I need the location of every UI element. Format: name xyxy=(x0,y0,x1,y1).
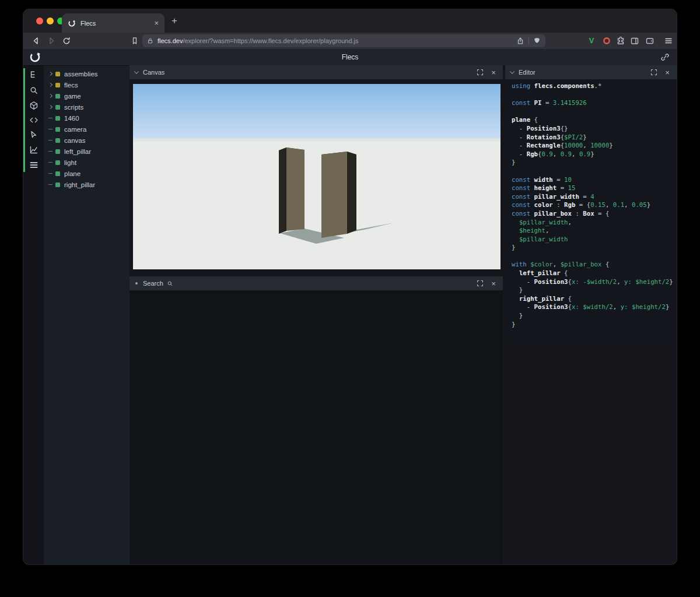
leaf-dash-icon xyxy=(48,162,52,163)
back-button-icon[interactable] xyxy=(32,36,41,45)
code-line: const pillar_box : Box = { xyxy=(512,210,677,219)
leaf-dash-icon xyxy=(48,129,52,129)
new-tab-button[interactable]: + xyxy=(172,15,177,27)
sidebar-panel-icon[interactable] xyxy=(630,36,639,45)
tab-strip: Flecs × + xyxy=(23,9,677,33)
address-bar[interactable]: flecs.dev/explorer/?wasm=https://www.fle… xyxy=(142,34,545,47)
cube-icon[interactable] xyxy=(29,101,38,110)
extension-ring-icon[interactable] xyxy=(602,36,611,45)
expand-chevron-icon[interactable] xyxy=(48,105,52,109)
ground-plane xyxy=(133,138,501,269)
tree-item-light[interactable]: light xyxy=(44,157,130,168)
entity-tree: assembliesflecsgamescripts1460cameracanv… xyxy=(44,66,130,564)
code-line: - Position3{} xyxy=(512,125,677,134)
extensions-puzzle-icon[interactable] xyxy=(616,36,625,45)
tree-item-1460[interactable]: 1460 xyxy=(44,113,130,124)
app-header: Flecs xyxy=(23,49,677,66)
browser-tab-flecs[interactable]: Flecs × xyxy=(62,13,164,33)
code-line: plane { xyxy=(512,116,677,125)
code-line: with $color, $pillar_box { xyxy=(512,261,677,269)
extension-v-icon[interactable]: V xyxy=(587,36,596,45)
leaf-dash-icon xyxy=(48,151,52,152)
tree-item-game[interactable]: game xyxy=(44,90,130,101)
tree-item-left_pillar[interactable]: left_pillar xyxy=(44,146,130,157)
code-line: - Rgb{0.9, 0.9, 0.9} xyxy=(512,150,677,159)
tab-close-icon[interactable]: × xyxy=(154,19,159,27)
tree-item-label: left_pillar xyxy=(64,148,91,155)
editor-expand-button[interactable] xyxy=(649,68,659,77)
code-line: const PI = 3.1415926 xyxy=(512,99,677,108)
bookmark-icon[interactable] xyxy=(130,36,139,45)
code-icon[interactable] xyxy=(29,115,38,125)
leaf-dash-icon xyxy=(48,140,52,141)
search-panel-title: Search xyxy=(143,280,163,287)
url-path: /explorer/?wasm=https://www.flecs.dev/ex… xyxy=(183,37,358,44)
forward-button-icon[interactable] xyxy=(47,36,56,45)
entity-kind-square xyxy=(55,94,60,99)
tree-item-camera[interactable]: camera xyxy=(44,124,130,135)
share-link-icon[interactable] xyxy=(660,52,670,62)
tree-item-label: game xyxy=(64,93,81,100)
wallet-icon[interactable] xyxy=(645,36,654,45)
editor-close-button[interactable]: × xyxy=(663,68,672,77)
entity-kind-square xyxy=(55,105,60,110)
code-line: const width = 10 xyxy=(512,176,677,185)
menu-hamburger-icon[interactable] xyxy=(664,36,673,45)
code-line: } xyxy=(512,244,677,252)
entity-kind-square xyxy=(55,116,60,121)
code-line: left_pillar { xyxy=(512,269,677,278)
search-expand-button[interactable] xyxy=(475,279,485,288)
expand-chevron-icon[interactable] xyxy=(48,72,52,76)
url-text: flecs.dev/explorer/?wasm=https://www.fle… xyxy=(158,37,516,44)
code-line: - Position3{x: $width/2, y: $height/2} xyxy=(512,303,677,312)
code-line xyxy=(512,91,677,100)
browser-window: Flecs × + flecs.dev/explorer/?wasm=https… xyxy=(23,9,677,564)
select-cursor-icon[interactable] xyxy=(29,130,38,139)
code-line: - Position3{x: -$width/2, y: $height/2} xyxy=(512,278,677,287)
expand-chevron-icon[interactable] xyxy=(48,83,52,87)
macos-close-button[interactable] xyxy=(36,17,43,24)
brave-shield-icon[interactable] xyxy=(533,37,541,45)
code-line: const height = 15 xyxy=(512,184,677,193)
tree-item-flecs[interactable]: flecs xyxy=(44,79,130,90)
tab-title: Flecs xyxy=(80,20,154,27)
editor-panel-header[interactable]: Editor × xyxy=(505,65,677,79)
reload-button-icon[interactable] xyxy=(62,36,71,45)
chevron-down-icon[interactable] xyxy=(510,69,514,73)
tree-item-right_pillar[interactable]: right_pillar xyxy=(44,179,130,190)
chart-icon[interactable] xyxy=(29,145,38,154)
search-icon[interactable] xyxy=(29,86,38,95)
3d-scene-canvas[interactable] xyxy=(133,84,501,269)
code-line: } xyxy=(512,159,677,167)
entity-kind-square xyxy=(55,127,60,132)
right-pillar-front xyxy=(321,152,347,238)
tree-item-plane[interactable]: plane xyxy=(44,168,130,179)
tree-item-label: assemblies xyxy=(64,71,98,78)
entity-kind-square xyxy=(55,72,60,76)
search-results-area xyxy=(130,290,503,564)
canvas-expand-button[interactable] xyxy=(475,68,485,77)
left-pillar-side xyxy=(279,148,286,234)
rows-icon[interactable] xyxy=(29,160,38,170)
tree-item-assemblies[interactable]: assemblies xyxy=(44,68,130,79)
tree-item-canvas[interactable]: canvas xyxy=(44,135,130,146)
entity-kind-square xyxy=(55,149,60,154)
entity-kind-square xyxy=(55,138,60,143)
entity-tree-icon[interactable] xyxy=(29,70,38,79)
macos-minimize-button[interactable] xyxy=(47,17,54,24)
search-panel-header[interactable]: Search × xyxy=(130,276,503,290)
horizon xyxy=(133,138,501,141)
divider xyxy=(528,37,529,45)
tree-item-label: flecs xyxy=(64,82,78,89)
expand-chevron-icon[interactable] xyxy=(48,94,52,98)
canvas-close-button[interactable]: × xyxy=(489,68,498,77)
code-editor-content[interactable]: using flecs.components.* const PI = 3.14… xyxy=(505,79,677,339)
entity-kind-square xyxy=(55,83,60,87)
search-close-button[interactable]: × xyxy=(489,279,498,288)
canvas-panel-header[interactable]: Canvas × xyxy=(130,65,503,79)
share-icon[interactable] xyxy=(516,37,524,45)
left-pillar-front xyxy=(286,148,304,231)
chevron-down-icon[interactable] xyxy=(134,69,139,73)
tree-item-scripts[interactable]: scripts xyxy=(44,101,130,113)
code-line xyxy=(512,252,677,261)
